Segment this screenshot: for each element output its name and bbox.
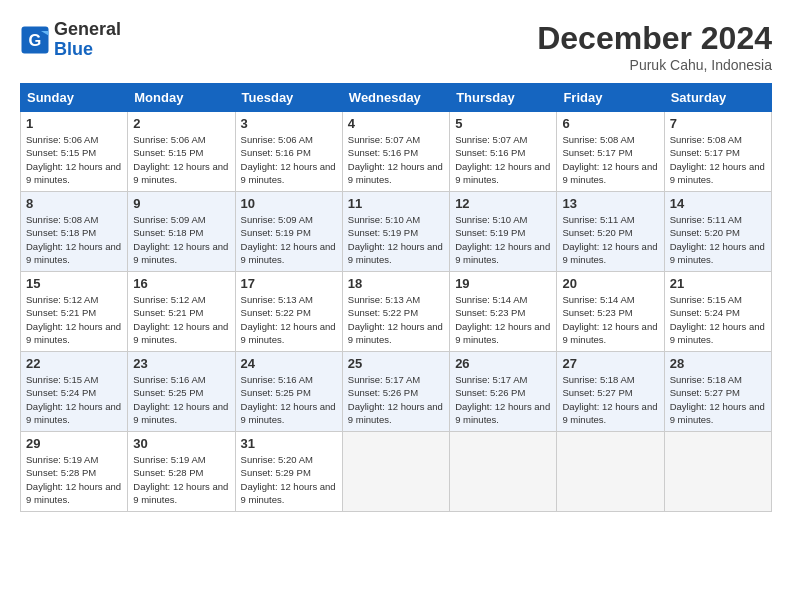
day-number: 9 xyxy=(133,196,229,211)
day-info: Sunrise: 5:11 AM Sunset: 5:20 PM Dayligh… xyxy=(670,213,766,266)
day-info: Sunrise: 5:12 AM Sunset: 5:21 PM Dayligh… xyxy=(26,293,122,346)
day-info: Sunrise: 5:20 AM Sunset: 5:29 PM Dayligh… xyxy=(241,453,337,506)
day-number: 4 xyxy=(348,116,444,131)
calendar-cell: 11 Sunrise: 5:10 AM Sunset: 5:19 PM Dayl… xyxy=(342,192,449,272)
calendar-cell: 20 Sunrise: 5:14 AM Sunset: 5:23 PM Dayl… xyxy=(557,272,664,352)
calendar-cell: 5 Sunrise: 5:07 AM Sunset: 5:16 PM Dayli… xyxy=(450,112,557,192)
calendar-cell xyxy=(342,432,449,512)
day-number: 23 xyxy=(133,356,229,371)
header-thursday: Thursday xyxy=(450,84,557,112)
day-number: 21 xyxy=(670,276,766,291)
svg-text:G: G xyxy=(29,31,42,49)
calendar-cell: 23 Sunrise: 5:16 AM Sunset: 5:25 PM Dayl… xyxy=(128,352,235,432)
day-number: 10 xyxy=(241,196,337,211)
day-info: Sunrise: 5:08 AM Sunset: 5:17 PM Dayligh… xyxy=(562,133,658,186)
day-info: Sunrise: 5:19 AM Sunset: 5:28 PM Dayligh… xyxy=(26,453,122,506)
calendar-cell: 17 Sunrise: 5:13 AM Sunset: 5:22 PM Dayl… xyxy=(235,272,342,352)
calendar-cell: 15 Sunrise: 5:12 AM Sunset: 5:21 PM Dayl… xyxy=(21,272,128,352)
day-number: 22 xyxy=(26,356,122,371)
day-number: 18 xyxy=(348,276,444,291)
calendar-cell: 27 Sunrise: 5:18 AM Sunset: 5:27 PM Dayl… xyxy=(557,352,664,432)
day-info: Sunrise: 5:13 AM Sunset: 5:22 PM Dayligh… xyxy=(241,293,337,346)
day-info: Sunrise: 5:16 AM Sunset: 5:25 PM Dayligh… xyxy=(133,373,229,426)
day-info: Sunrise: 5:11 AM Sunset: 5:20 PM Dayligh… xyxy=(562,213,658,266)
day-info: Sunrise: 5:09 AM Sunset: 5:19 PM Dayligh… xyxy=(241,213,337,266)
day-number: 12 xyxy=(455,196,551,211)
day-number: 6 xyxy=(562,116,658,131)
day-info: Sunrise: 5:12 AM Sunset: 5:21 PM Dayligh… xyxy=(133,293,229,346)
calendar-cell xyxy=(557,432,664,512)
day-number: 13 xyxy=(562,196,658,211)
day-info: Sunrise: 5:19 AM Sunset: 5:28 PM Dayligh… xyxy=(133,453,229,506)
calendar-cell: 12 Sunrise: 5:10 AM Sunset: 5:19 PM Dayl… xyxy=(450,192,557,272)
page-header: G General Blue December 2024 Puruk Cahu,… xyxy=(20,20,772,73)
day-number: 2 xyxy=(133,116,229,131)
month-title: December 2024 xyxy=(537,20,772,57)
day-info: Sunrise: 5:16 AM Sunset: 5:25 PM Dayligh… xyxy=(241,373,337,426)
header-tuesday: Tuesday xyxy=(235,84,342,112)
day-number: 7 xyxy=(670,116,766,131)
header-wednesday: Wednesday xyxy=(342,84,449,112)
day-info: Sunrise: 5:06 AM Sunset: 5:15 PM Dayligh… xyxy=(133,133,229,186)
day-number: 25 xyxy=(348,356,444,371)
day-info: Sunrise: 5:17 AM Sunset: 5:26 PM Dayligh… xyxy=(348,373,444,426)
day-number: 17 xyxy=(241,276,337,291)
calendar-cell: 4 Sunrise: 5:07 AM Sunset: 5:16 PM Dayli… xyxy=(342,112,449,192)
calendar-cell: 19 Sunrise: 5:14 AM Sunset: 5:23 PM Dayl… xyxy=(450,272,557,352)
calendar-cell: 13 Sunrise: 5:11 AM Sunset: 5:20 PM Dayl… xyxy=(557,192,664,272)
day-info: Sunrise: 5:10 AM Sunset: 5:19 PM Dayligh… xyxy=(348,213,444,266)
day-number: 3 xyxy=(241,116,337,131)
calendar-table: SundayMondayTuesdayWednesdayThursdayFrid… xyxy=(20,83,772,512)
day-info: Sunrise: 5:07 AM Sunset: 5:16 PM Dayligh… xyxy=(348,133,444,186)
day-number: 5 xyxy=(455,116,551,131)
day-number: 1 xyxy=(26,116,122,131)
header-friday: Friday xyxy=(557,84,664,112)
calendar-cell: 26 Sunrise: 5:17 AM Sunset: 5:26 PM Dayl… xyxy=(450,352,557,432)
calendar-week-row: 29 Sunrise: 5:19 AM Sunset: 5:28 PM Dayl… xyxy=(21,432,772,512)
day-info: Sunrise: 5:15 AM Sunset: 5:24 PM Dayligh… xyxy=(670,293,766,346)
calendar-cell: 10 Sunrise: 5:09 AM Sunset: 5:19 PM Dayl… xyxy=(235,192,342,272)
day-info: Sunrise: 5:18 AM Sunset: 5:27 PM Dayligh… xyxy=(562,373,658,426)
day-info: Sunrise: 5:08 AM Sunset: 5:17 PM Dayligh… xyxy=(670,133,766,186)
calendar-cell: 2 Sunrise: 5:06 AM Sunset: 5:15 PM Dayli… xyxy=(128,112,235,192)
day-info: Sunrise: 5:09 AM Sunset: 5:18 PM Dayligh… xyxy=(133,213,229,266)
day-number: 24 xyxy=(241,356,337,371)
day-info: Sunrise: 5:14 AM Sunset: 5:23 PM Dayligh… xyxy=(455,293,551,346)
header-sunday: Sunday xyxy=(21,84,128,112)
day-info: Sunrise: 5:08 AM Sunset: 5:18 PM Dayligh… xyxy=(26,213,122,266)
calendar-cell: 6 Sunrise: 5:08 AM Sunset: 5:17 PM Dayli… xyxy=(557,112,664,192)
day-number: 19 xyxy=(455,276,551,291)
calendar-week-row: 15 Sunrise: 5:12 AM Sunset: 5:21 PM Dayl… xyxy=(21,272,772,352)
calendar-week-row: 1 Sunrise: 5:06 AM Sunset: 5:15 PM Dayli… xyxy=(21,112,772,192)
logo-line1: General xyxy=(54,20,121,40)
title-block: December 2024 Puruk Cahu, Indonesia xyxy=(537,20,772,73)
calendar-cell xyxy=(450,432,557,512)
day-info: Sunrise: 5:15 AM Sunset: 5:24 PM Dayligh… xyxy=(26,373,122,426)
day-number: 31 xyxy=(241,436,337,451)
calendar-cell: 24 Sunrise: 5:16 AM Sunset: 5:25 PM Dayl… xyxy=(235,352,342,432)
day-info: Sunrise: 5:17 AM Sunset: 5:26 PM Dayligh… xyxy=(455,373,551,426)
day-number: 29 xyxy=(26,436,122,451)
day-info: Sunrise: 5:18 AM Sunset: 5:27 PM Dayligh… xyxy=(670,373,766,426)
calendar-week-row: 8 Sunrise: 5:08 AM Sunset: 5:18 PM Dayli… xyxy=(21,192,772,272)
calendar-cell: 7 Sunrise: 5:08 AM Sunset: 5:17 PM Dayli… xyxy=(664,112,771,192)
calendar-cell: 8 Sunrise: 5:08 AM Sunset: 5:18 PM Dayli… xyxy=(21,192,128,272)
day-info: Sunrise: 5:06 AM Sunset: 5:16 PM Dayligh… xyxy=(241,133,337,186)
calendar-cell: 25 Sunrise: 5:17 AM Sunset: 5:26 PM Dayl… xyxy=(342,352,449,432)
logo-icon: G xyxy=(20,25,50,55)
logo-line2: Blue xyxy=(54,40,121,60)
day-number: 28 xyxy=(670,356,766,371)
calendar-cell: 22 Sunrise: 5:15 AM Sunset: 5:24 PM Dayl… xyxy=(21,352,128,432)
calendar-cell: 18 Sunrise: 5:13 AM Sunset: 5:22 PM Dayl… xyxy=(342,272,449,352)
day-info: Sunrise: 5:06 AM Sunset: 5:15 PM Dayligh… xyxy=(26,133,122,186)
calendar-cell: 16 Sunrise: 5:12 AM Sunset: 5:21 PM Dayl… xyxy=(128,272,235,352)
day-info: Sunrise: 5:10 AM Sunset: 5:19 PM Dayligh… xyxy=(455,213,551,266)
calendar-week-row: 22 Sunrise: 5:15 AM Sunset: 5:24 PM Dayl… xyxy=(21,352,772,432)
calendar-cell: 3 Sunrise: 5:06 AM Sunset: 5:16 PM Dayli… xyxy=(235,112,342,192)
header-monday: Monday xyxy=(128,84,235,112)
day-number: 8 xyxy=(26,196,122,211)
day-info: Sunrise: 5:13 AM Sunset: 5:22 PM Dayligh… xyxy=(348,293,444,346)
calendar-header-row: SundayMondayTuesdayWednesdayThursdayFrid… xyxy=(21,84,772,112)
location: Puruk Cahu, Indonesia xyxy=(537,57,772,73)
calendar-cell: 1 Sunrise: 5:06 AM Sunset: 5:15 PM Dayli… xyxy=(21,112,128,192)
